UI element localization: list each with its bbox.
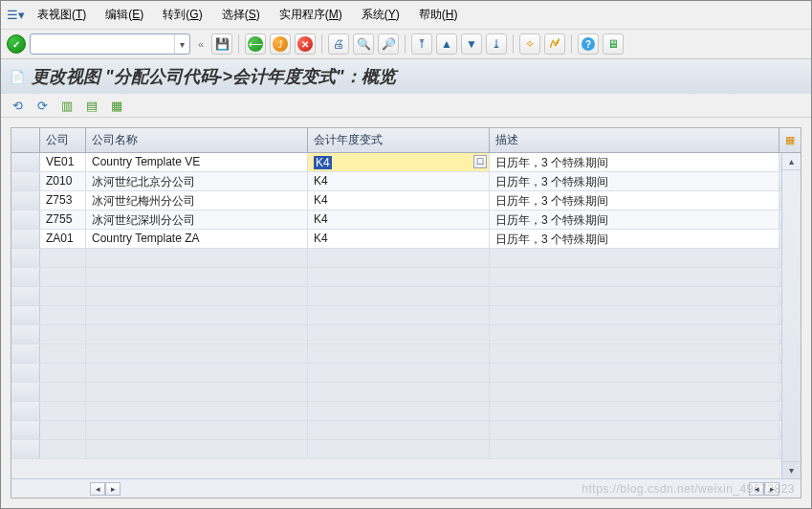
table-row[interactable]: ZA01Country Template ZAK4日历年，3 个特殊期间	[11, 230, 801, 249]
table-row[interactable]: Z755冰河世纪深圳分公司K4日历年，3 个特殊期间	[11, 210, 801, 230]
collapse-icon[interactable]: «	[194, 38, 208, 50]
table-row-empty	[11, 402, 801, 421]
application-toolbar: ⟲ ⟳ ▥ ▤ ▦	[1, 94, 811, 118]
table-body: VE01Country Template VEK4☐日历年，3 个特殊期间Z01…	[11, 153, 801, 478]
table-row-empty	[11, 249, 801, 268]
table-row[interactable]: VE01Country Template VEK4☐日历年，3 个特殊期间	[11, 153, 801, 172]
table-row-empty	[11, 383, 801, 402]
separator	[571, 34, 572, 54]
table-row-empty	[11, 344, 801, 364]
separator	[513, 34, 514, 54]
first-page-button[interactable]: ⤒	[411, 33, 432, 55]
undo-button[interactable]: ⟳	[33, 97, 51, 114]
cell-company-code[interactable]: Z755	[40, 210, 86, 229]
back-button[interactable]: ⟵	[245, 33, 266, 55]
cell-description[interactable]: 日历年，3 个特殊期间	[490, 210, 779, 229]
row-select[interactable]	[11, 210, 40, 229]
scroll-down-icon[interactable]: ▾	[782, 461, 801, 478]
cell-company-code[interactable]: Z010	[40, 172, 86, 190]
menu-g[interactable]: 转到(G)	[153, 5, 211, 25]
work-area: 公司 公司名称 会计年度变式 描述 ▦ VE01Country Template…	[1, 118, 811, 508]
table-header: 公司 公司名称 会计年度变式 描述 ▦	[11, 128, 801, 153]
deselect-all-button[interactable]: ▦	[108, 97, 125, 114]
table-row-empty	[11, 440, 801, 459]
horizontal-scrollbar-row: ◂ ▸ ◂ ▸	[11, 478, 801, 498]
cell-company-name[interactable]: Country Template ZA	[86, 230, 308, 248]
help-button[interactable]: ?	[578, 33, 599, 55]
menu-s[interactable]: 选择(S)	[212, 5, 270, 25]
cell-description[interactable]: 日历年，3 个特殊期间	[490, 230, 779, 248]
separator	[321, 34, 322, 54]
hsb-left-group[interactable]: ◂ ▸	[90, 482, 121, 496]
cell-fy-variant[interactable]: K4	[308, 172, 490, 190]
menu-m[interactable]: 实用程序(M)	[270, 5, 352, 25]
table-settings-icon[interactable]: ▦	[779, 128, 801, 152]
exit-button[interactable]: ⤴	[270, 33, 291, 55]
scroll-left-icon[interactable]: ◂	[749, 482, 764, 496]
cell-company-name[interactable]: 冰河世纪深圳分公司	[86, 210, 308, 229]
command-input[interactable]	[31, 35, 174, 53]
row-select[interactable]	[11, 230, 40, 248]
select-all-button[interactable]: ▥	[58, 97, 76, 114]
menu-dropdown-icon[interactable]: ☰▾	[7, 8, 24, 23]
generate-shortcut-button[interactable]: 🗲	[544, 33, 565, 55]
prev-page-button[interactable]: ▲	[436, 33, 457, 55]
header-fy-variant[interactable]: 会计年度变式	[308, 128, 490, 152]
next-page-button[interactable]: ▼	[461, 33, 482, 55]
header-company-name[interactable]: 公司名称	[86, 128, 308, 152]
other-entry-button[interactable]: ⟲	[9, 97, 26, 114]
scroll-right-icon[interactable]: ▸	[764, 482, 779, 496]
scroll-right-icon[interactable]: ▸	[105, 482, 121, 496]
command-field[interactable]: ▾	[30, 33, 190, 55]
print-button[interactable]: 🖨	[328, 33, 349, 55]
cell-fy-variant[interactable]: K4	[308, 230, 490, 248]
menu-h[interactable]: 帮助(H)	[409, 5, 468, 25]
cell-description[interactable]: 日历年，3 个特殊期间	[490, 191, 779, 210]
cell-company-name[interactable]: 冰河世纪北京分公司	[86, 172, 308, 190]
cancel-button[interactable]: ✕	[295, 33, 316, 55]
layout-button[interactable]: 🖥	[603, 33, 624, 55]
cell-fy-variant[interactable]: K4	[308, 210, 490, 229]
header-description[interactable]: 描述	[490, 128, 779, 152]
menu-bar: ☰▾ 表视图(T)编辑(E)转到(G)选择(S)实用程序(M)系统(Y)帮助(H…	[1, 1, 811, 30]
sap-window: ☰▾ 表视图(T)编辑(E)转到(G)选择(S)实用程序(M)系统(Y)帮助(H…	[0, 0, 812, 509]
table-row[interactable]: Z010冰河世纪北京分公司K4日历年，3 个特殊期间	[11, 172, 801, 191]
separator	[238, 34, 239, 54]
table-row-empty	[11, 306, 801, 325]
f4-help-icon[interactable]: ☐	[473, 155, 487, 168]
separator	[405, 34, 406, 54]
table-row[interactable]: Z753冰河世纪梅州分公司K4日历年，3 个特殊期间	[11, 191, 801, 210]
command-dropdown-icon[interactable]: ▾	[174, 34, 189, 54]
last-page-button[interactable]: ⤓	[486, 33, 507, 55]
select-block-button[interactable]: ▤	[83, 97, 100, 114]
find-next-button[interactable]: 🔎	[378, 33, 399, 55]
menu-items: 表视图(T)编辑(E)转到(G)选择(S)实用程序(M)系统(Y)帮助(H)	[28, 5, 467, 25]
cell-fy-variant[interactable]: K4☐	[308, 153, 490, 171]
cell-company-name[interactable]: 冰河世纪梅州分公司	[86, 191, 308, 210]
save-button[interactable]: 💾	[211, 33, 232, 55]
new-session-button[interactable]: ✧	[519, 33, 540, 55]
cell-company-code[interactable]: Z753	[40, 191, 86, 210]
cell-company-code[interactable]: ZA01	[40, 230, 86, 248]
find-button[interactable]: 🔍	[353, 33, 374, 55]
cell-fy-variant[interactable]: K4	[308, 191, 490, 210]
menu-e[interactable]: 编辑(E)	[96, 5, 153, 25]
scroll-up-icon[interactable]: ▴	[782, 153, 801, 170]
row-select[interactable]	[11, 191, 40, 210]
table-row-empty	[11, 287, 801, 306]
cell-description[interactable]: 日历年，3 个特殊期间	[490, 153, 779, 171]
scroll-left-icon[interactable]: ◂	[90, 482, 105, 496]
cell-company-code[interactable]: VE01	[40, 153, 86, 171]
vertical-scrollbar[interactable]: ▴ ▾	[781, 153, 801, 478]
header-company-code[interactable]: 公司	[40, 128, 86, 152]
row-select[interactable]	[11, 153, 40, 171]
title-icon: 📄	[9, 68, 26, 85]
row-select[interactable]	[11, 172, 40, 190]
menu-y[interactable]: 系统(Y)	[352, 5, 409, 25]
cell-company-name[interactable]: Country Template VE	[86, 153, 308, 171]
enter-button[interactable]: ✓	[7, 34, 26, 54]
menu-t[interactable]: 表视图(T)	[28, 5, 96, 25]
header-select-col[interactable]	[11, 128, 40, 152]
cell-description[interactable]: 日历年，3 个特殊期间	[490, 172, 779, 190]
hsb-right-group[interactable]: ◂ ▸	[749, 482, 779, 496]
